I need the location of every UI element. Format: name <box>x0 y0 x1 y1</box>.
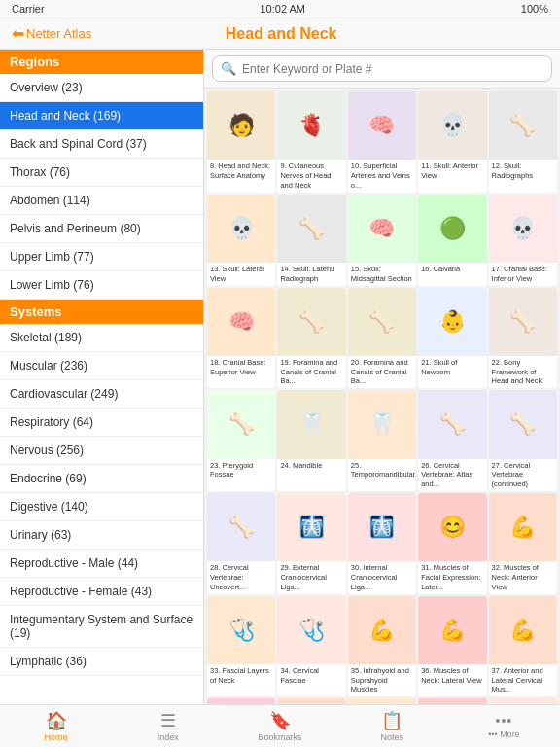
search-icon: 🔍 <box>221 61 236 76</box>
plate-thumbnail: 🦴 <box>348 288 416 356</box>
sidebar-item-endocrine[interactable]: Endocrine (69) <box>0 465 203 493</box>
back-arrow-icon: ⬅ <box>12 24 24 43</box>
grid-item[interactable]: 🧠15. Skull: Midsagittal Section <box>348 195 416 286</box>
plate-thumbnail: 💀 <box>207 195 275 263</box>
plate-thumbnail: 🦴 <box>277 195 345 263</box>
grid-item[interactable]: 🧠10. Superficial Arteries and Veins o... <box>348 91 416 193</box>
plate-label: 8. Head and Neck: Surface Anatomy <box>207 160 275 183</box>
grid-item[interactable]: 💪35. Infrahyoid and Suprahyoid Muscles <box>348 596 416 697</box>
plate-label: 12. Skull: Radiographs <box>489 160 557 183</box>
plate-label: 11. Skull: Anterior View <box>418 160 486 183</box>
tab-more[interactable]: ••• ••• More <box>448 707 560 745</box>
plate-label: 23. Pterygoid Fossae <box>207 459 275 482</box>
systems-header: Systems <box>0 300 203 324</box>
tab-bookmarks[interactable]: 🔖 Bookmarks <box>224 707 335 745</box>
sidebar-item-lymphatic[interactable]: Lymphatic (36) <box>0 648 203 676</box>
sidebar-item-skeletal[interactable]: Skeletal (189) <box>0 324 203 352</box>
notes-icon: 📋 <box>381 710 402 731</box>
grid-item[interactable]: 🦴28. Cervical Vertebrae: Uncovert... <box>207 493 275 594</box>
grid-item[interactable]: 💀11. Skull: Anterior View <box>418 91 486 193</box>
plate-label: 13. Skull: Lateral View <box>207 263 275 286</box>
grid-item[interactable]: 💪37. Anterior and Lateral Cervical Mus..… <box>489 596 557 697</box>
plate-thumbnail: 🦷 <box>277 390 345 458</box>
plate-thumbnail: 🦴 <box>489 288 557 356</box>
grid-item[interactable]: 👶21. Skull of Newborn <box>418 288 486 389</box>
tab-index-label: Index <box>158 732 179 742</box>
plate-thumbnail: 🟢 <box>418 195 486 263</box>
sidebar-item-upper-limb[interactable]: Upper Limb (77) <box>0 243 203 271</box>
tab-notes[interactable]: 📋 Notes <box>336 707 448 745</box>
grid-item[interactable]: 😊31. Muscles of Facial Expression: Later… <box>418 493 486 594</box>
sidebar-item-urinary[interactable]: Urinary (63) <box>0 521 203 550</box>
grid-item[interactable]: 🩻29. External Craniocervical Liga... <box>277 493 345 594</box>
grid-item[interactable]: 🦴26. Cervical Vertebrae: Atlas and... <box>418 390 486 491</box>
plate-label: 24. Mandible <box>277 459 345 480</box>
grid-item[interactable]: 🦴22. Bony Framework of Head and Neck <box>489 288 557 389</box>
plate-label: 20. Foramina and Canals of Cranial Ba... <box>348 356 416 388</box>
grid-item[interactable]: 💀13. Skull: Lateral View <box>207 195 275 286</box>
sidebar-item-back-spinal[interactable]: Back and Spinal Cord (37) <box>0 130 203 159</box>
sidebar-item-muscular[interactable]: Muscular (236) <box>0 352 203 380</box>
plate-thumbnail: 👶 <box>418 288 486 356</box>
sidebar-item-nervous[interactable]: Nervous (256) <box>0 437 203 465</box>
grid-item[interactable]: 🦴14. Skull: Lateral Radiograph <box>277 195 345 286</box>
tab-home[interactable]: 🏠 Home <box>0 707 112 745</box>
plate-thumbnail: 🧠 <box>348 91 416 160</box>
grid-item[interactable]: 🦴27. Cervical Vertebrae (continued) <box>489 390 557 491</box>
plate-thumbnail: 🧠 <box>348 195 416 263</box>
sidebar-item-head-neck[interactable]: Head and Neck (169) <box>0 102 203 130</box>
sidebar-item-repro-female[interactable]: Reproductive - Female (43) <box>0 578 203 606</box>
sidebar-item-cardiovascular[interactable]: Cardiovascular (249) <box>0 380 203 409</box>
plate-thumbnail: 🦴 <box>207 390 275 458</box>
sidebar-item-repro-male[interactable]: Reproductive - Male (44) <box>0 550 203 578</box>
search-input[interactable] <box>242 62 543 76</box>
plate-thumbnail: 🩺 <box>207 596 275 664</box>
plate-label: 25. Temporomandibular... <box>348 459 416 482</box>
plate-thumbnail: 🩺 <box>277 596 345 664</box>
tab-home-label: Home <box>45 732 68 742</box>
plate-thumbnail: 🦴 <box>418 390 486 458</box>
plate-label: 31. Muscles of Facial Expression: Later.… <box>418 561 486 593</box>
plate-thumbnail: 💀 <box>418 91 486 160</box>
back-button[interactable]: ⬅ Netter Atlas <box>12 24 91 43</box>
grid-item[interactable]: 💪36. Muscles of Neck: Lateral View <box>418 596 486 697</box>
grid-item[interactable]: 🦴23. Pterygoid Fossae <box>207 390 275 491</box>
grid-item[interactable]: 🩺34. Cervical Fasciae <box>277 596 345 697</box>
plate-thumbnail: 💪 <box>418 596 486 664</box>
plate-label: 21. Skull of Newborn <box>418 356 486 379</box>
plate-thumbnail: 🦴 <box>489 390 557 458</box>
status-bar: Carrier 10:02 AM 100% <box>0 0 560 18</box>
grid-item[interactable]: 🦴19. Foramina and Canals of Cranial Ba..… <box>277 288 345 389</box>
sidebar-item-overview[interactable]: Overview (23) <box>0 74 203 102</box>
plate-label: 33. Fascial Layers of Neck <box>207 664 275 688</box>
grid-item[interactable]: 🟢16. Calvaria <box>418 195 486 286</box>
grid-item[interactable]: 🦴12. Skull: Radiographs <box>489 91 557 193</box>
grid-item[interactable]: 💀17. Cranial Base: Inferior View <box>489 195 557 286</box>
grid-item[interactable]: 🦴20. Foramina and Canals of Cranial Ba..… <box>348 288 416 389</box>
grid-item[interactable]: 🩻30. Internal Craniocervical Liga... <box>348 493 416 594</box>
grid-item[interactable]: 🦷25. Temporomandibular... <box>348 390 416 491</box>
grid-item[interactable]: 🫀9. Cutaneous Nerves of Head and Neck <box>277 91 345 193</box>
sidebar-item-pelvis[interactable]: Pelvis and Perineum (80) <box>0 215 203 243</box>
plate-thumbnail: 🧑 <box>207 91 275 160</box>
sidebar-item-digestive[interactable]: Digestive (140) <box>0 493 203 521</box>
grid-item[interactable]: 💪32. Muscles of Neck: Anterior View <box>489 493 557 594</box>
sidebar-item-lower-limb[interactable]: Lower Limb (76) <box>0 271 203 300</box>
sidebar-item-respiratory[interactable]: Respiratory (64) <box>0 409 203 437</box>
grid-item[interactable]: 🩺33. Fascial Layers of Neck <box>207 596 275 697</box>
sidebar-item-abdomen[interactable]: Abdomen (114) <box>0 187 203 215</box>
plate-label: 36. Muscles of Neck: Lateral View <box>418 664 486 688</box>
sidebar-item-thorax[interactable]: Thorax (76) <box>0 159 203 187</box>
sidebar: Regions Overview (23) Head and Neck (169… <box>0 50 204 704</box>
plate-label: 32. Muscles of Neck: Anterior View <box>489 561 557 593</box>
plate-thumbnail: 🩻 <box>348 493 416 561</box>
tab-notes-label: Notes <box>380 732 403 742</box>
sidebar-item-integumentary[interactable]: Integumentary System and Surface (19) <box>0 606 203 648</box>
grid-item[interactable]: 🧠18. Cranial Base: Superior View <box>207 288 275 389</box>
title-bar: ⬅ Netter Atlas Head and Neck <box>0 18 560 50</box>
plate-label: 35. Infrahyoid and Suprahyoid Muscles <box>348 664 416 696</box>
grid-item[interactable]: 🦷24. Mandible <box>277 390 345 491</box>
plate-label: 16. Calvaria <box>418 263 486 284</box>
grid-item[interactable]: 🧑8. Head and Neck: Surface Anatomy <box>207 91 275 193</box>
tab-index[interactable]: ☰ Index <box>112 707 224 745</box>
